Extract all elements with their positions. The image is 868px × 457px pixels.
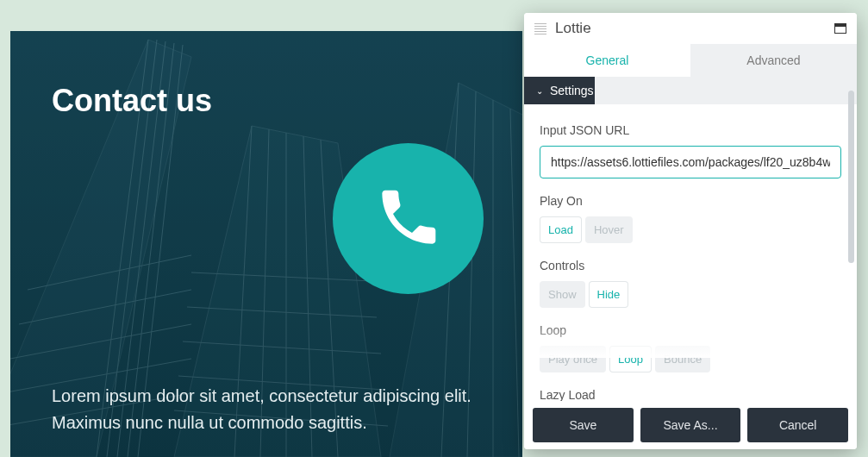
scrollbar-thumb[interactable] xyxy=(848,91,854,263)
panel-footer: Save Save As... Cancel xyxy=(524,401,857,449)
controls-label: Controls xyxy=(540,259,841,272)
save-as-button[interactable]: Save As... xyxy=(640,408,741,442)
play-on-load[interactable]: Load xyxy=(540,216,582,243)
phone-badge xyxy=(333,143,484,294)
phone-icon xyxy=(374,183,443,255)
page-title: Contact us xyxy=(52,83,481,119)
card-content: Contact us Lorem ipsum dolor sit amet, c… xyxy=(10,31,522,457)
lazy-label: Lazy Load xyxy=(540,388,841,401)
controls-show[interactable]: Show xyxy=(540,281,585,308)
loop-bounce[interactable]: Bounce xyxy=(655,346,710,372)
panel-header[interactable]: Lottie xyxy=(524,13,857,44)
loop-label: Loop xyxy=(540,323,841,337)
content-card: Contact us Lorem ipsum dolor sit amet, c… xyxy=(10,31,522,457)
play-on-label: Play On xyxy=(540,194,841,208)
cancel-button[interactable]: Cancel xyxy=(747,408,848,442)
section-settings-header[interactable]: ⌄ Settings xyxy=(524,77,595,104)
play-on-hover[interactable]: Hover xyxy=(585,216,633,243)
loop-playonce[interactable]: Play once xyxy=(540,346,606,372)
section-label: Settings xyxy=(550,84,594,97)
chevron-down-icon: ⌄ xyxy=(536,86,543,96)
json-url-input[interactable] xyxy=(540,146,841,178)
panel-title: Lottie xyxy=(555,20,834,37)
json-url-label: Input JSON URL xyxy=(540,123,841,137)
controls-segment: Show Hide xyxy=(540,281,628,308)
scrollbar[interactable] xyxy=(848,91,854,401)
body-paragraph: Lorem ipsum dolor sit amet, consectetur … xyxy=(52,383,481,436)
loop-segment: Play once Loop Bounce xyxy=(540,346,710,372)
tab-advanced[interactable]: Advanced xyxy=(690,44,857,77)
maximize-icon[interactable] xyxy=(834,23,846,34)
tab-bar: General Advanced xyxy=(524,44,857,77)
play-on-segment: Load Hover xyxy=(540,216,633,243)
save-button[interactable]: Save xyxy=(533,408,634,442)
drag-handle-icon[interactable] xyxy=(534,21,546,36)
settings-panel: Lottie General Advanced ⌄ Settings Input… xyxy=(524,13,857,449)
tab-general[interactable]: General xyxy=(524,44,690,77)
panel-scroll-area[interactable]: Input JSON URL Play On Load Hover Contro… xyxy=(524,104,857,401)
loop-loop[interactable]: Loop xyxy=(609,346,652,372)
accordion-bar: ⌄ Settings xyxy=(524,77,857,104)
controls-hide[interactable]: Hide xyxy=(589,281,629,308)
